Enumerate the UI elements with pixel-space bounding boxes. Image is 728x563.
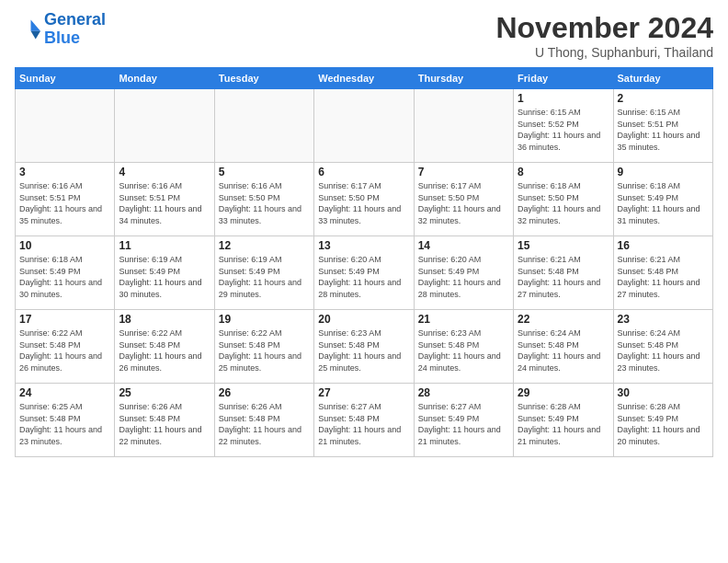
calendar-cell: 24Sunrise: 6:25 AM Sunset: 5:48 PM Dayli…	[16, 384, 115, 457]
day-number: 18	[119, 313, 210, 326]
day-info: Sunrise: 6:26 AM Sunset: 5:48 PM Dayligh…	[119, 401, 210, 447]
day-number: 1	[518, 92, 609, 105]
day-number: 13	[318, 239, 409, 252]
day-info: Sunrise: 6:18 AM Sunset: 5:49 PM Dayligh…	[19, 254, 110, 300]
day-number: 6	[318, 166, 409, 178]
day-info: Sunrise: 6:23 AM Sunset: 5:48 PM Dayligh…	[418, 327, 509, 373]
day-info: Sunrise: 6:18 AM Sunset: 5:49 PM Dayligh…	[618, 180, 709, 226]
day-number: 7	[418, 166, 509, 178]
day-number: 26	[219, 386, 310, 399]
day-info: Sunrise: 6:16 AM Sunset: 5:51 PM Dayligh…	[19, 180, 110, 226]
day-info: Sunrise: 6:18 AM Sunset: 5:50 PM Dayligh…	[518, 180, 609, 226]
calendar-cell: 6Sunrise: 6:17 AM Sunset: 5:50 PM Daylig…	[314, 163, 414, 236]
weekday-header: Thursday	[414, 68, 513, 89]
day-info: Sunrise: 6:22 AM Sunset: 5:48 PM Dayligh…	[119, 327, 210, 373]
svg-marker-1	[31, 31, 41, 40]
weekday-header: Tuesday	[214, 68, 313, 89]
calendar-cell: 25Sunrise: 6:26 AM Sunset: 5:48 PM Dayli…	[115, 384, 214, 457]
day-number: 16	[618, 239, 709, 252]
calendar-cell: 18Sunrise: 6:22 AM Sunset: 5:48 PM Dayli…	[115, 310, 214, 384]
day-number: 5	[219, 166, 310, 178]
calendar-cell: 20Sunrise: 6:23 AM Sunset: 5:48 PM Dayli…	[314, 310, 414, 384]
calendar-cell: 27Sunrise: 6:27 AM Sunset: 5:48 PM Dayli…	[314, 384, 414, 457]
calendar-cell: 5Sunrise: 6:16 AM Sunset: 5:50 PM Daylig…	[214, 163, 313, 236]
day-info: Sunrise: 6:28 AM Sunset: 5:49 PM Dayligh…	[518, 401, 609, 447]
calendar-cell: 3Sunrise: 6:16 AM Sunset: 5:51 PM Daylig…	[16, 163, 115, 236]
day-info: Sunrise: 6:22 AM Sunset: 5:48 PM Dayligh…	[19, 327, 110, 373]
calendar-table: SundayMondayTuesdayWednesdayThursdayFrid…	[15, 67, 713, 457]
day-info: Sunrise: 6:25 AM Sunset: 5:48 PM Dayligh…	[19, 401, 110, 447]
day-info: Sunrise: 6:23 AM Sunset: 5:48 PM Dayligh…	[318, 327, 409, 373]
calendar-cell: 26Sunrise: 6:26 AM Sunset: 5:48 PM Dayli…	[214, 384, 313, 457]
day-number: 3	[19, 166, 110, 178]
day-info: Sunrise: 6:19 AM Sunset: 5:49 PM Dayligh…	[119, 254, 210, 300]
day-info: Sunrise: 6:16 AM Sunset: 5:51 PM Dayligh…	[119, 180, 210, 226]
day-number: 27	[318, 386, 409, 399]
day-info: Sunrise: 6:17 AM Sunset: 5:50 PM Dayligh…	[418, 180, 509, 226]
calendar-cell: 19Sunrise: 6:22 AM Sunset: 5:48 PM Dayli…	[214, 310, 313, 384]
calendar-cell: 28Sunrise: 6:27 AM Sunset: 5:49 PM Dayli…	[414, 384, 513, 457]
calendar-cell: 21Sunrise: 6:23 AM Sunset: 5:48 PM Dayli…	[414, 310, 513, 384]
day-number: 14	[418, 239, 509, 252]
day-number: 29	[518, 386, 609, 399]
weekday-header: Monday	[115, 68, 214, 89]
calendar-cell: 1Sunrise: 6:15 AM Sunset: 5:52 PM Daylig…	[514, 89, 613, 163]
logo-line1: General	[44, 10, 106, 29]
day-info: Sunrise: 6:20 AM Sunset: 5:49 PM Dayligh…	[418, 254, 509, 300]
calendar-cell: 30Sunrise: 6:28 AM Sunset: 5:49 PM Dayli…	[613, 384, 712, 457]
weekday-header: Saturday	[613, 68, 712, 89]
day-info: Sunrise: 6:17 AM Sunset: 5:50 PM Dayligh…	[318, 180, 409, 226]
calendar-cell: 16Sunrise: 6:21 AM Sunset: 5:48 PM Dayli…	[613, 236, 712, 310]
day-number: 2	[618, 92, 709, 105]
day-number: 22	[518, 313, 609, 326]
day-info: Sunrise: 6:15 AM Sunset: 5:51 PM Dayligh…	[618, 107, 709, 153]
svg-marker-0	[31, 19, 41, 30]
day-number: 23	[618, 313, 709, 326]
calendar-cell: 29Sunrise: 6:28 AM Sunset: 5:49 PM Dayli…	[514, 384, 613, 457]
calendar-cell: 17Sunrise: 6:22 AM Sunset: 5:48 PM Dayli…	[16, 310, 115, 384]
calendar-cell	[115, 89, 214, 163]
weekday-header: Wednesday	[314, 68, 414, 89]
calendar-cell: 10Sunrise: 6:18 AM Sunset: 5:49 PM Dayli…	[16, 236, 115, 310]
calendar-cell: 7Sunrise: 6:17 AM Sunset: 5:50 PM Daylig…	[414, 163, 513, 236]
day-info: Sunrise: 6:21 AM Sunset: 5:48 PM Dayligh…	[518, 254, 609, 300]
day-info: Sunrise: 6:24 AM Sunset: 5:48 PM Dayligh…	[618, 327, 709, 373]
day-number: 28	[418, 386, 509, 399]
logo-icon	[15, 17, 40, 42]
day-number: 21	[418, 313, 509, 326]
weekday-header: Sunday	[16, 68, 115, 89]
day-number: 19	[219, 313, 310, 326]
day-info: Sunrise: 6:24 AM Sunset: 5:48 PM Dayligh…	[518, 327, 609, 373]
day-number: 11	[119, 239, 210, 252]
day-info: Sunrise: 6:16 AM Sunset: 5:50 PM Dayligh…	[219, 180, 310, 226]
day-info: Sunrise: 6:15 AM Sunset: 5:52 PM Dayligh…	[518, 107, 609, 153]
day-number: 30	[618, 386, 709, 399]
logo: General Blue	[15, 11, 106, 48]
day-info: Sunrise: 6:26 AM Sunset: 5:48 PM Dayligh…	[219, 401, 310, 447]
calendar-cell: 23Sunrise: 6:24 AM Sunset: 5:48 PM Dayli…	[613, 310, 712, 384]
day-number: 12	[219, 239, 310, 252]
day-number: 9	[618, 166, 709, 178]
calendar-cell	[16, 89, 115, 163]
month-title: November 2024	[495, 11, 713, 45]
day-number: 15	[518, 239, 609, 252]
logo-text: General Blue	[44, 11, 106, 48]
day-info: Sunrise: 6:28 AM Sunset: 5:49 PM Dayligh…	[618, 401, 709, 447]
calendar-cell	[314, 89, 414, 163]
page: General Blue November 2024 U Thong, Suph…	[0, 0, 728, 563]
calendar-cell: 8Sunrise: 6:18 AM Sunset: 5:50 PM Daylig…	[514, 163, 613, 236]
title-block: November 2024 U Thong, Suphanburi, Thail…	[495, 11, 713, 60]
day-info: Sunrise: 6:19 AM Sunset: 5:49 PM Dayligh…	[219, 254, 310, 300]
day-info: Sunrise: 6:27 AM Sunset: 5:49 PM Dayligh…	[418, 401, 509, 447]
day-number: 10	[19, 239, 110, 252]
day-number: 4	[119, 166, 210, 178]
calendar-cell: 22Sunrise: 6:24 AM Sunset: 5:48 PM Dayli…	[514, 310, 613, 384]
day-info: Sunrise: 6:21 AM Sunset: 5:48 PM Dayligh…	[618, 254, 709, 300]
weekday-header: Friday	[514, 68, 613, 89]
calendar-cell: 15Sunrise: 6:21 AM Sunset: 5:48 PM Dayli…	[514, 236, 613, 310]
calendar-cell: 14Sunrise: 6:20 AM Sunset: 5:49 PM Dayli…	[414, 236, 513, 310]
day-number: 25	[119, 386, 210, 399]
logo-line2: Blue	[44, 29, 80, 47]
calendar-cell: 11Sunrise: 6:19 AM Sunset: 5:49 PM Dayli…	[115, 236, 214, 310]
calendar-cell: 12Sunrise: 6:19 AM Sunset: 5:49 PM Dayli…	[214, 236, 313, 310]
